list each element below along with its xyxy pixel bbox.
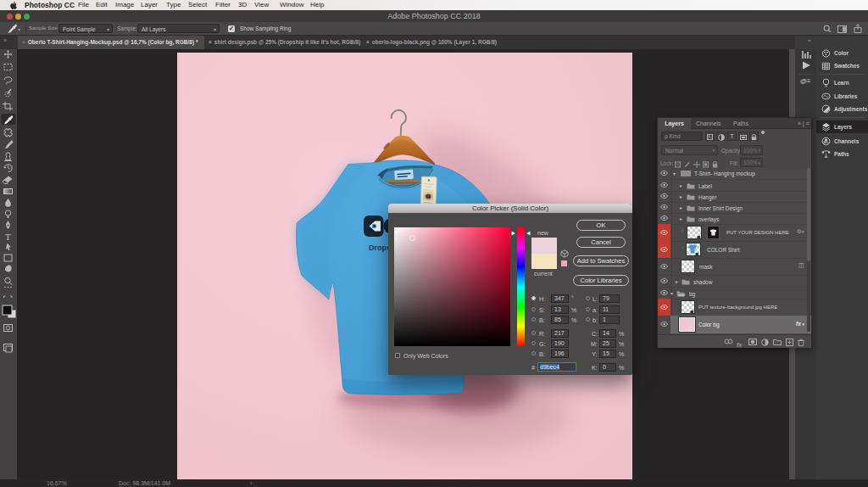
- svg-text:T: T: [5, 232, 11, 242]
